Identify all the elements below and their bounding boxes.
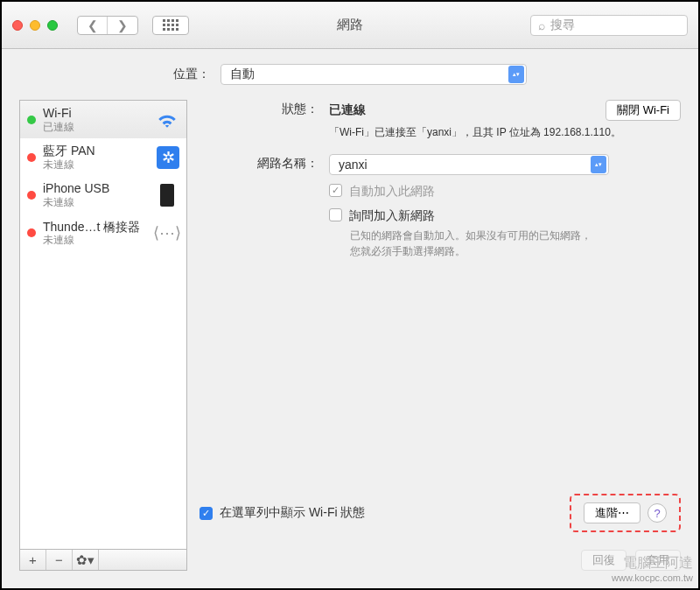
- wifi-icon: [155, 108, 179, 132]
- minimize-icon[interactable]: [30, 20, 40, 31]
- status-dot: [27, 191, 36, 200]
- interface-name: Thunde…t 橋接器: [43, 220, 148, 235]
- interface-status: 未連線: [43, 158, 150, 171]
- auto-join-label: 自動加入此網路: [349, 184, 435, 200]
- location-label: 位置：: [173, 67, 210, 82]
- interface-item[interactable]: Thunde…t 橋接器未連線⟨⋯⟩: [20, 214, 186, 252]
- bluetooth-icon: ✲: [157, 146, 179, 169]
- thunderbolt-icon: ⟨⋯⟩: [155, 221, 179, 245]
- location-select[interactable]: 自動 ▴▾: [220, 64, 527, 85]
- network-name-label: 網路名稱：: [200, 154, 318, 172]
- apply-button[interactable]: 套用: [635, 550, 681, 571]
- remove-interface-button[interactable]: −: [46, 550, 73, 570]
- close-icon[interactable]: [12, 20, 23, 31]
- auto-join-checkbox: ✓: [329, 184, 342, 197]
- show-menu-checkbox[interactable]: ✓: [200, 507, 213, 520]
- ask-join-label: 詢問加入新網路: [349, 208, 435, 224]
- advanced-highlight: 進階⋯ ?: [570, 494, 681, 532]
- interface-name: iPhone USB: [43, 181, 148, 196]
- chevron-updown-icon: ▴▾: [591, 156, 606, 173]
- main-panel: 狀態： 已連線 關閉 Wi-Fi 「Wi-Fi」已連接至「yanxi」，且其 I…: [200, 100, 681, 571]
- interface-item[interactable]: iPhone USB未連線: [20, 176, 186, 214]
- back-button[interactable]: ❮: [78, 17, 108, 34]
- nav-segment: ❮ ❯: [77, 16, 138, 35]
- ask-join-help: 已知的網路會自動加入。如果沒有可用的已知網路，您就必須手動選擇網路。: [350, 228, 595, 259]
- phone-icon: [155, 183, 179, 207]
- interface-name: Wi-Fi: [43, 106, 148, 121]
- status-label: 狀態：: [200, 100, 318, 117]
- status-dot: [27, 228, 36, 237]
- interface-status: 未連線: [43, 196, 148, 208]
- interface-status: 已連線: [43, 121, 148, 133]
- ask-join-checkbox[interactable]: [329, 208, 342, 221]
- status-dot: [27, 153, 36, 162]
- help-button[interactable]: ?: [648, 503, 667, 523]
- window-title: 網路: [337, 17, 363, 33]
- sidebar: Wi-Fi已連線藍牙 PAN未連線✲iPhone USB未連線Thunde…t …: [19, 100, 187, 571]
- network-name-select[interactable]: yanxi ▴▾: [329, 154, 609, 175]
- interface-name: 藍牙 PAN: [43, 144, 150, 158]
- advanced-button[interactable]: 進階⋯: [584, 502, 640, 523]
- search-icon: ⌕: [538, 18, 545, 32]
- fullscreen-icon[interactable]: [47, 20, 58, 31]
- interface-status: 未連線: [43, 234, 148, 246]
- add-interface-button[interactable]: +: [20, 550, 46, 570]
- interface-item[interactable]: Wi-Fi已連線: [20, 101, 186, 138]
- show-menu-label: 在選單列中顯示 Wi-Fi 狀態: [220, 505, 365, 521]
- status-dot: [27, 116, 36, 124]
- interface-list: Wi-Fi已連線藍牙 PAN未連線✲iPhone USB未連線Thunde…t …: [19, 100, 187, 550]
- revert-button[interactable]: 回復: [581, 550, 626, 571]
- status-value: 已連線: [329, 102, 366, 118]
- search-input[interactable]: ⌕ 搜尋: [530, 15, 688, 36]
- turn-off-wifi-button[interactable]: 關閉 Wi-Fi: [606, 100, 681, 121]
- forward-button[interactable]: ❯: [108, 17, 137, 34]
- show-all-button[interactable]: [152, 16, 189, 35]
- titlebar: ❮ ❯ 網路 ⌕ 搜尋: [2, 2, 698, 49]
- interface-actions-button[interactable]: ✿▾: [73, 550, 99, 570]
- interface-item[interactable]: 藍牙 PAN未連線✲: [20, 138, 186, 176]
- chevron-updown-icon: ▴▾: [508, 66, 524, 83]
- status-detail: 「Wi-Fi」已連接至「yanxi」，且其 IP 位址為 192.168.1.1…: [329, 124, 681, 140]
- grid-icon: [163, 19, 178, 31]
